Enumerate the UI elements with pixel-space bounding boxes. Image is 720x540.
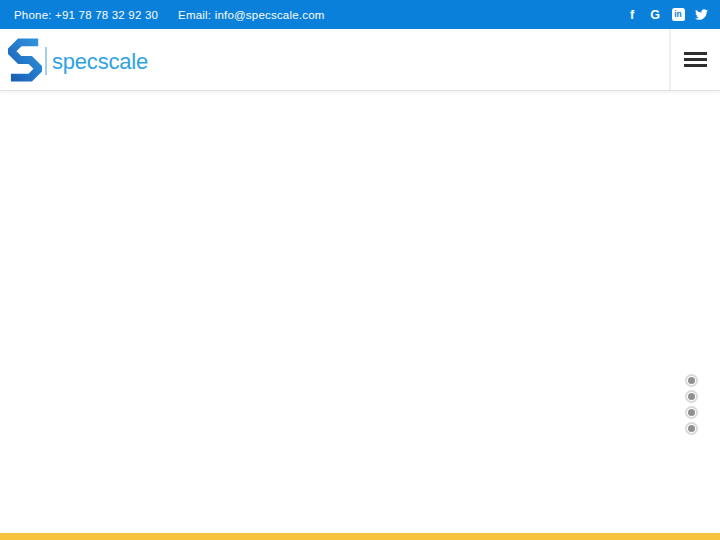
linkedin-glyph: in xyxy=(672,8,685,21)
page: Phone: +91 78 78 32 92 30 Email: info@sp… xyxy=(0,0,720,540)
hamburger-bar xyxy=(684,64,707,67)
google-icon[interactable]: G xyxy=(648,8,662,22)
slider-dots xyxy=(685,374,698,438)
site-header: specscale xyxy=(0,29,720,91)
twitter-icon[interactable] xyxy=(694,8,708,22)
topbar: Phone: +91 78 78 32 92 30 Email: info@sp… xyxy=(0,0,720,29)
hamburger-menu-button[interactable] xyxy=(682,48,709,71)
social-links: f G in xyxy=(625,8,708,22)
slider-dot[interactable] xyxy=(685,422,698,435)
logo-mark-icon xyxy=(8,38,42,82)
logo-separator xyxy=(45,47,47,75)
menu-area xyxy=(669,29,720,90)
phone-link[interactable]: Phone: +91 78 78 32 92 30 xyxy=(14,9,158,21)
hamburger-bar xyxy=(684,58,707,61)
hamburger-bar xyxy=(684,52,707,55)
linkedin-icon[interactable]: in xyxy=(671,8,685,22)
slider-dot[interactable] xyxy=(685,374,698,387)
hero-slider xyxy=(0,91,720,533)
email-link[interactable]: Email: info@specscale.com xyxy=(178,9,324,21)
logo-text: specscale xyxy=(52,45,148,75)
slider-dot-inner xyxy=(688,393,695,400)
slider-dot-inner xyxy=(688,377,695,384)
slider-dot-inner xyxy=(688,409,695,416)
slider-dot[interactable] xyxy=(685,406,698,419)
twitter-bird-icon xyxy=(695,8,708,21)
slider-dot[interactable] xyxy=(685,390,698,403)
facebook-icon[interactable]: f xyxy=(625,8,639,22)
bottom-accent-bar xyxy=(0,533,720,540)
slider-dot-inner xyxy=(688,425,695,432)
contact-info: Phone: +91 78 78 32 92 30 Email: info@sp… xyxy=(14,9,325,21)
logo[interactable]: specscale xyxy=(0,29,669,90)
